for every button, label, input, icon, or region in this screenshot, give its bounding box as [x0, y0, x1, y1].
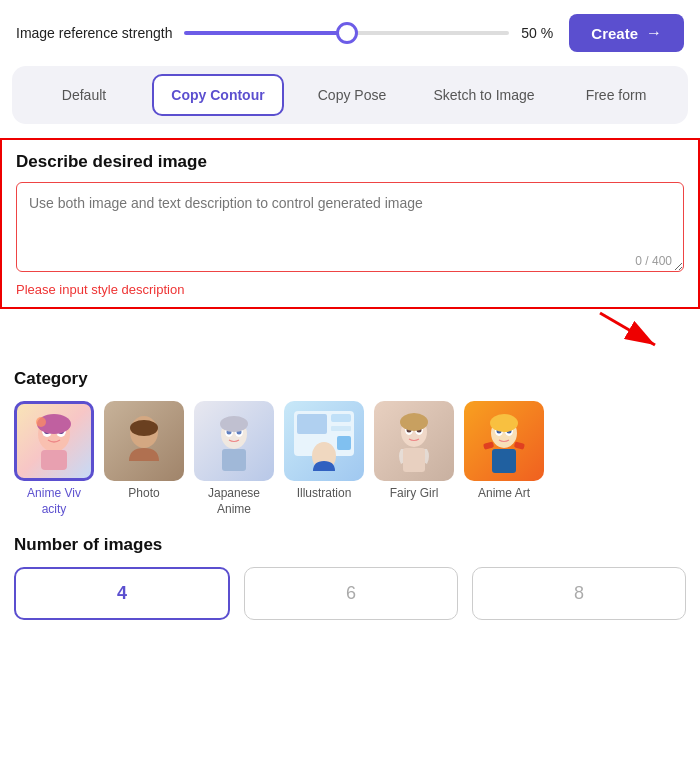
category-label-japanese-anime: JapaneseAnime	[208, 486, 260, 517]
svg-rect-20	[297, 414, 327, 434]
char-count: 0 / 400	[635, 254, 672, 268]
num-images-section: Number of images 4 6 8	[0, 529, 700, 640]
red-arrow-container	[0, 303, 700, 353]
tab-copy-pose[interactable]: Copy Pose	[288, 76, 416, 114]
category-item-fairy-girl[interactable]: Fairy Girl	[374, 401, 454, 517]
describe-section: Describe desired image 0 / 400 Please in…	[0, 138, 700, 309]
create-arrow-icon: →	[646, 24, 662, 42]
create-label: Create	[591, 25, 638, 42]
category-label-photo: Photo	[128, 486, 159, 502]
num-btn-8[interactable]: 8	[472, 567, 686, 620]
strength-value: 50 %	[521, 25, 557, 41]
svg-rect-7	[41, 450, 67, 470]
num-images-grid: 4 6 8	[14, 567, 686, 620]
num-btn-4[interactable]: 4	[14, 567, 230, 620]
category-img-japanese-anime	[194, 401, 274, 481]
svg-rect-21	[331, 414, 351, 422]
category-img-anime-art	[464, 401, 544, 481]
top-bar: Image reference strength 50 % Create →	[0, 0, 700, 66]
svg-point-11	[130, 420, 158, 436]
tab-default[interactable]: Default	[20, 76, 148, 114]
category-title: Category	[14, 369, 686, 389]
textarea-wrapper: 0 / 400	[16, 182, 684, 276]
category-item-anime-vivacity[interactable]: Anime Vivacity	[14, 401, 94, 517]
red-arrow-icon	[590, 303, 670, 353]
tab-bar: Default Copy Contour Copy Pose Sketch to…	[12, 66, 688, 124]
slider-track	[184, 31, 509, 35]
strength-label: Image reference strength	[16, 25, 172, 41]
category-img-illustration	[284, 401, 364, 481]
create-button[interactable]: Create →	[569, 14, 684, 52]
category-label-illustration: Illustration	[297, 486, 352, 502]
category-section: Category Anime Vivacity	[0, 357, 700, 529]
tab-copy-contour[interactable]: Copy Contour	[152, 74, 284, 116]
svg-point-9	[36, 417, 46, 427]
category-item-anime-art[interactable]: Anime Art	[464, 401, 544, 517]
strength-slider[interactable]	[184, 23, 509, 43]
svg-rect-24	[337, 436, 351, 450]
num-btn-6[interactable]: 6	[244, 567, 458, 620]
describe-title: Describe desired image	[16, 152, 684, 172]
svg-rect-30	[403, 448, 425, 472]
svg-rect-39	[483, 442, 494, 450]
svg-rect-40	[514, 442, 525, 450]
svg-rect-37	[492, 449, 516, 473]
category-label-fairy-girl: Fairy Girl	[390, 486, 439, 502]
category-grid: Anime Vivacity Photo	[14, 401, 686, 517]
category-item-photo[interactable]: Photo	[104, 401, 184, 517]
category-label-anime-vivacity: Anime Vivacity	[27, 486, 81, 517]
svg-line-1	[600, 313, 655, 345]
category-img-photo	[104, 401, 184, 481]
category-img-fairy-girl	[374, 401, 454, 481]
category-item-illustration[interactable]: Illustration	[284, 401, 364, 517]
category-label-anime-art: Anime Art	[478, 486, 530, 502]
num-images-title: Number of images	[14, 535, 686, 555]
slider-thumb[interactable]	[336, 22, 358, 44]
tab-free-form[interactable]: Free form	[552, 76, 680, 114]
category-img-anime-vivacity	[14, 401, 94, 481]
tab-sketch-to-image[interactable]: Sketch to Image	[420, 76, 548, 114]
category-item-japanese-anime[interactable]: JapaneseAnime	[194, 401, 274, 517]
error-text: Please input style description	[16, 282, 684, 297]
describe-textarea[interactable]	[16, 182, 684, 272]
svg-point-38	[490, 414, 518, 432]
svg-rect-17	[222, 449, 246, 471]
svg-point-31	[400, 413, 428, 431]
svg-point-18	[220, 416, 248, 432]
svg-rect-22	[331, 426, 351, 431]
